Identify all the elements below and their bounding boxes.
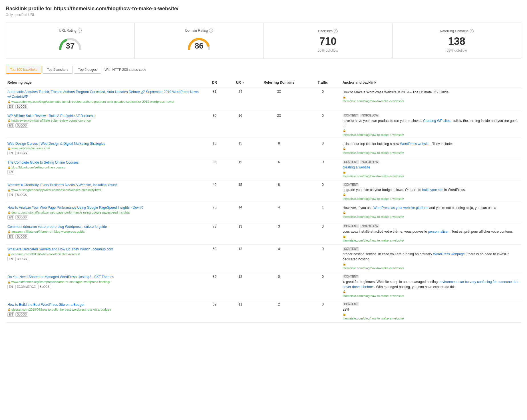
url-link[interactable]: www.susangreenecopywriter.com/articles/w… xyxy=(11,188,101,192)
referring-page-title-link[interactable]: WP Affiliate Suite Review - Build A Prof… xyxy=(7,114,200,118)
domain-rating-label: Domain Rating ? xyxy=(140,29,258,33)
anchor-url-link[interactable]: themeisle.com/blog/how-to-make-a-website… xyxy=(343,151,520,154)
metrics-row: URL Rating ? 37 Domain Rating ? 86 Backl xyxy=(6,23,521,59)
anchor-url-link[interactable]: themeisle.com/blog/how-to-make-a-website… xyxy=(343,266,520,270)
anchor-inline-link[interactable]: WordPress website xyxy=(400,142,429,146)
anchor-url-link[interactable]: themeisle.com/blog/how-to-make-a-website… xyxy=(343,197,520,200)
url-link[interactable]: gjsuser.com/2019/08/how-to-build-the-bes… xyxy=(11,308,111,311)
tag-row: CONTENT xyxy=(343,183,520,186)
anchor-cell: CONTENTNOFOLLOWvous avez installé et act… xyxy=(341,222,521,245)
backlinks-help-icon[interactable]: ? xyxy=(334,29,338,33)
badges-row: ENBLOGS xyxy=(7,151,200,155)
tag: NOFOLLOW xyxy=(360,224,379,228)
ref-domains-cell: 4 xyxy=(253,245,305,272)
anchor-url-link[interactable]: themeisle.com/blog/how-to-make-a-website… xyxy=(343,215,520,218)
anchor-url-link[interactable]: themeisle.com/blog/how-to-make-a-website… xyxy=(343,99,520,103)
referring-page-title-link[interactable]: The Complete Guide to Selling Online Cou… xyxy=(7,160,200,165)
ur-cell: 15 xyxy=(228,139,253,158)
referring-page-title-link[interactable]: Do You Need Shared or Managed WordPress … xyxy=(7,275,200,280)
referring-domains-help-icon[interactable]: ? xyxy=(470,29,474,33)
referring-page-title-link[interactable]: Automattic Acquires Tumblr, Trusted Auth… xyxy=(7,90,200,99)
ur-cell: 16 xyxy=(228,111,253,139)
tab-http-200[interactable]: With HTTP 200 status code xyxy=(104,68,146,72)
anchor-inline-link[interactable]: creating a website xyxy=(343,165,370,169)
dr-cell: 13 xyxy=(202,139,227,158)
anchor-inline-link[interactable]: personnaliser xyxy=(428,230,448,234)
table-row: The Complete Guide to Selling Online Cou… xyxy=(6,158,521,180)
anchor-url-link[interactable]: themeisle.com/blog/how-to-make-a-website… xyxy=(343,317,520,320)
badges-row: ENBLOGS xyxy=(7,105,200,109)
anchor-url-link[interactable]: themeisle.com/blog/how-to-make-a-website… xyxy=(343,174,520,178)
ref-domains-cell: 8 xyxy=(253,180,305,203)
domain-rating-box: Domain Rating ? 86 xyxy=(135,23,264,59)
url-link[interactable]: www.webdesigncurves.com xyxy=(11,146,50,150)
ur-cell: 13 xyxy=(228,222,253,245)
referring-page-title-link[interactable]: Web Design Curves | Web Design & Digital… xyxy=(7,141,200,146)
domain-rating-value: 86 xyxy=(195,41,204,51)
badge: EN xyxy=(7,234,14,239)
backlinks-label: Backlinks ? xyxy=(269,29,387,33)
tag: CONTENT xyxy=(343,302,359,306)
referring-page-title-link[interactable]: How to Build the Best WordPress Site on … xyxy=(7,302,200,307)
anchor-inline-link[interactable]: WordPress as your website platform xyxy=(373,206,429,210)
badge: ECOMMERCE xyxy=(15,285,37,289)
anchor-inline-link[interactable]: WordPress webpage xyxy=(433,252,465,256)
dr-cell: 58 xyxy=(202,245,227,272)
anchor-cell: CONTENTupgrade your site as your budget … xyxy=(341,180,521,203)
traffic-cell: 0 xyxy=(305,245,341,272)
tab-top-100-backlinks[interactable]: Top 100 backlinks xyxy=(6,66,41,74)
ref-domains-cell: 0 xyxy=(253,272,305,300)
table-row: Comment démarrer votre propre blog Wordp… xyxy=(6,222,521,245)
ref-domains-cell: 3 xyxy=(253,222,305,245)
badge: BLOGS xyxy=(15,193,28,197)
dr-cell: 30 xyxy=(202,111,227,139)
referring-page-title-link[interactable]: What Are Dedicated Servers and How Do Th… xyxy=(7,247,200,252)
dr-cell: 86 xyxy=(202,158,227,180)
lock-icon: 🔒 xyxy=(7,188,11,192)
anchor-text: proper hosting service. In case you are … xyxy=(343,252,520,262)
anchor-inline-link[interactable]: Creating WP sites xyxy=(423,119,450,123)
referring-domains-box: Referring Domains ? 138 59% dofollow xyxy=(393,23,521,58)
anchor-inline-link[interactable]: environment can be very confusing for so… xyxy=(343,280,518,289)
url-link[interactable]: devrix.com/tutorial/analyze-web-page-per… xyxy=(11,211,130,214)
referring-page-cell: WP Affiliate Suite Review - Build A Prof… xyxy=(6,111,202,139)
url-rating-value: 37 xyxy=(66,41,75,51)
lock-icon: 🔒 xyxy=(343,313,346,316)
referring-page-cell: What Are Dedicated Servers and How Do Th… xyxy=(6,245,202,272)
url-link[interactable]: hudareview.com/wp-affiliate-suite-review… xyxy=(11,119,91,122)
url-link[interactable]: blog.3dcart.com/selling-online-courses xyxy=(11,166,65,169)
url-link[interactable]: www.sktthemes.org/wordpress/shared-or-ma… xyxy=(11,280,110,284)
badges-row: ENBLOGS xyxy=(7,123,200,128)
url-link[interactable]: amazon-affiliate.eu/fr/creer-un-blog-wor… xyxy=(11,230,85,233)
tag-row: CONTENT xyxy=(343,247,520,251)
table-row: How to Analyze Your Web Page Performance… xyxy=(6,203,521,222)
referring-page-url: 🔒oceanup.com/39126/what-are-dedicated-se… xyxy=(7,252,200,256)
domain-rating-help-icon[interactable]: ? xyxy=(209,29,213,33)
url-rating-help-icon[interactable]: ? xyxy=(78,29,82,33)
tab-top-5-pages[interactable]: Top 5 pages xyxy=(74,66,101,74)
referring-page-title-link[interactable]: Website = Credibility, Every Business Ne… xyxy=(7,183,200,188)
lock-icon: 🔒 xyxy=(343,235,346,238)
tab-top-5-anchors[interactable]: Top 5 anchors xyxy=(43,66,73,74)
traffic-cell: 0 xyxy=(305,180,341,203)
anchor-url-link[interactable]: themeisle.com/blog/how-to-make-a-website… xyxy=(343,133,520,136)
col-header-ur[interactable]: UR ▼ xyxy=(228,78,253,87)
referring-page-title-link[interactable]: How to Analyze Your Web Page Performance… xyxy=(7,205,200,210)
tag: CONTENT xyxy=(343,275,359,278)
badge: EN xyxy=(7,170,14,174)
col-header-dr[interactable]: DR xyxy=(202,78,227,87)
anchor-url-link[interactable]: themeisle.com/blog/how-to-make-a-website… xyxy=(343,294,520,298)
url-link[interactable]: www.codeinwp.com/blog/automattic-tumblr-… xyxy=(11,100,174,103)
anchor-inline-link[interactable]: build your site xyxy=(422,188,443,192)
referring-page-url: 🔒hudareview.com/wp-affiliate-suite-revie… xyxy=(7,119,200,122)
domain-rating-gauge: 86 xyxy=(186,35,212,51)
ur-cell: 14 xyxy=(228,203,253,222)
referring-page-cell: Automattic Acquires Tumblr, Trusted Auth… xyxy=(6,87,202,111)
lock-icon: 🔒 xyxy=(7,211,11,214)
anchor-url: 🔒themeisle.com/blog/how-to-make-a-websit… xyxy=(343,192,520,200)
table-row: Web Design Curves | Web Design & Digital… xyxy=(6,139,521,158)
anchor-url-link[interactable]: themeisle.com/blog/how-to-make-a-website… xyxy=(343,239,520,242)
ref-domains-cell: 33 xyxy=(253,87,305,111)
referring-page-title-link[interactable]: Comment démarrer votre propre blog Wordp… xyxy=(7,224,200,229)
url-link[interactable]: oceanup.com/39126/what-are-dedicated-ser… xyxy=(11,252,80,256)
